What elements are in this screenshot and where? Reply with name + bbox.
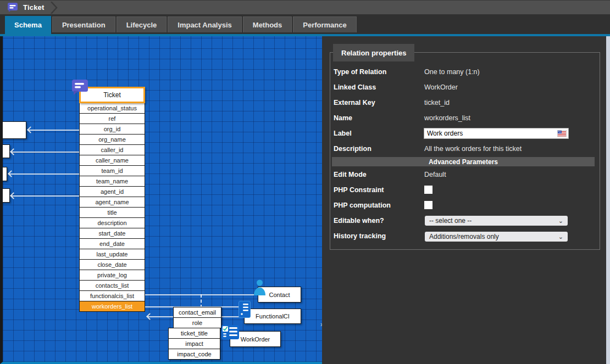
ticket-field-row[interactable]: team_id bbox=[79, 165, 145, 176]
php-constraint-label: PHP Constraint bbox=[334, 186, 384, 194]
ticket-field-row-selected[interactable]: workorders_list bbox=[79, 301, 145, 312]
edit-mode-value: Default bbox=[424, 171, 446, 178]
stub-entity[interactable] bbox=[0, 188, 10, 203]
attribute-box[interactable]: role bbox=[173, 317, 221, 328]
title-bar: Ticket bbox=[0, 0, 610, 14]
description-value: All the work orders for this ticket bbox=[424, 145, 522, 153]
page-title: Ticket bbox=[23, 3, 45, 12]
ticket-field-row[interactable]: description bbox=[79, 217, 145, 228]
ticket-field-row[interactable]: close_date bbox=[79, 259, 145, 270]
ticket-entity[interactable]: Ticket operational_status ref org_id org… bbox=[79, 87, 145, 312]
stub-entity-organization[interactable]: tion bbox=[0, 121, 26, 139]
ticket-field-row[interactable]: start_date bbox=[79, 228, 145, 239]
ticket-field-row[interactable]: title bbox=[79, 207, 145, 218]
tab-performance[interactable]: Performance bbox=[293, 16, 356, 32]
schema-canvas[interactable]: tion Ticket operational_status ref org_i… bbox=[0, 36, 322, 364]
ticket-field-row[interactable]: functionalcis_list bbox=[79, 290, 145, 301]
ticket-entity-header[interactable]: Ticket bbox=[79, 87, 145, 103]
name-value: workorders_list bbox=[424, 114, 470, 122]
php-computation-label: PHP computation bbox=[334, 201, 391, 209]
contact-attributes-group: contact_email role bbox=[173, 307, 221, 328]
relation-properties-panel: Relation properties Type of Relation One… bbox=[322, 36, 606, 364]
linked-class-value: WorkOrder bbox=[424, 83, 458, 91]
panel-title: Relation properties bbox=[333, 44, 414, 61]
connector-caller-id bbox=[11, 152, 79, 153]
tab-schema[interactable]: Schema bbox=[5, 16, 51, 34]
arrowhead-icon bbox=[8, 170, 15, 177]
history-tracking-label: History tracking bbox=[334, 232, 386, 240]
history-tracking-selected-value: Additions/removals only bbox=[429, 233, 499, 240]
tab-methods[interactable]: Methods bbox=[243, 16, 292, 32]
ticket-field-row[interactable]: end_date bbox=[79, 238, 145, 249]
attribute-box[interactable]: impact_code bbox=[168, 349, 220, 360]
description-label: Description bbox=[334, 145, 371, 153]
name-label: Name bbox=[334, 114, 352, 122]
workorder-attributes-group: ticket_title impact impact_code bbox=[168, 328, 220, 360]
functionalci-entity[interactable]: FunctionalCI bbox=[244, 309, 301, 324]
editable-when-label: Editable when? bbox=[334, 217, 384, 225]
history-tracking-select[interactable]: Additions/removals only ⌄ bbox=[425, 232, 568, 242]
ticket-field-row[interactable]: contacts_list bbox=[79, 280, 145, 291]
ticket-field-row[interactable]: org_id bbox=[79, 124, 145, 135]
ticket-field-row[interactable]: ref bbox=[79, 113, 145, 124]
connector-agent-id bbox=[11, 195, 79, 197]
type-of-relation-value: One to many (1:n) bbox=[424, 68, 480, 76]
ticket-class-icon bbox=[71, 79, 88, 96]
linked-class-label: Linked Class bbox=[334, 83, 376, 91]
ticket-field-row[interactable]: agent_id bbox=[79, 186, 145, 197]
chevron-down-icon: ⌄ bbox=[558, 234, 563, 239]
php-constraint-checkbox[interactable] bbox=[425, 186, 432, 193]
ticket-field-row[interactable]: operational_status bbox=[79, 103, 145, 114]
external-key-value: ticket_id bbox=[424, 99, 450, 107]
attribute-box[interactable]: ticket_title bbox=[168, 328, 220, 339]
tab-bar: Schema Presentation Lifecycle Impact Ana… bbox=[0, 14, 610, 34]
ticket-field-row[interactable]: caller_id bbox=[79, 144, 145, 155]
type-of-relation-label: Type of Relation bbox=[334, 68, 386, 76]
editable-when-select[interactable]: -- select one -- ⌄ bbox=[425, 216, 568, 226]
chevron-down-icon: ⌄ bbox=[558, 218, 563, 223]
arrowhead-icon bbox=[27, 126, 34, 133]
tab-lifecycle[interactable]: Lifecycle bbox=[117, 16, 167, 32]
checklist-icon bbox=[221, 325, 239, 339]
ticket-field-row[interactable]: org_name bbox=[79, 134, 145, 145]
connector-team-id bbox=[9, 173, 79, 175]
connector-org-id bbox=[28, 130, 79, 131]
attribute-box[interactable]: impact bbox=[168, 338, 220, 349]
vertical-scrollbar[interactable] bbox=[606, 36, 610, 364]
arrowhead-icon bbox=[146, 313, 153, 320]
breadcrumb[interactable]: Ticket bbox=[0, 1, 61, 14]
ticket-entity-title: Ticket bbox=[103, 91, 121, 99]
stub-entity[interactable] bbox=[0, 167, 7, 181]
edit-mode-label: Edit Mode bbox=[334, 171, 367, 178]
stub-entity[interactable] bbox=[0, 144, 10, 158]
ticket-field-row[interactable]: caller_name bbox=[79, 155, 145, 166]
label-label: Label bbox=[334, 130, 352, 137]
tab-impact-analysis[interactable]: Impact Analysis bbox=[168, 16, 242, 32]
label-input[interactable] bbox=[424, 128, 569, 139]
attribute-box[interactable]: contact_email bbox=[173, 307, 221, 318]
ticket-field-row[interactable]: team_name bbox=[79, 176, 145, 187]
arrowhead-icon bbox=[10, 148, 17, 155]
tab-presentation[interactable]: Presentation bbox=[52, 16, 115, 32]
person-icon bbox=[253, 279, 267, 295]
ticket-field-row[interactable]: agent_name bbox=[79, 197, 145, 208]
breadcrumb-chevron-icon bbox=[50, 2, 58, 14]
ticket-class-icon bbox=[7, 2, 18, 13]
ticket-field-row[interactable]: last_update bbox=[79, 249, 145, 260]
arrowhead-icon bbox=[10, 192, 17, 199]
external-key-label: External Key bbox=[334, 99, 375, 107]
php-computation-checkbox[interactable] bbox=[425, 201, 432, 209]
advanced-parameters-header[interactable]: Advanced Parameters bbox=[332, 157, 595, 166]
connector-contacts-list bbox=[145, 294, 258, 295]
ticket-field-row[interactable]: private_log bbox=[79, 270, 145, 281]
language-flag-icon[interactable] bbox=[557, 130, 567, 137]
editable-when-selected-value: -- select one -- bbox=[429, 217, 472, 225]
server-icon bbox=[239, 301, 251, 318]
